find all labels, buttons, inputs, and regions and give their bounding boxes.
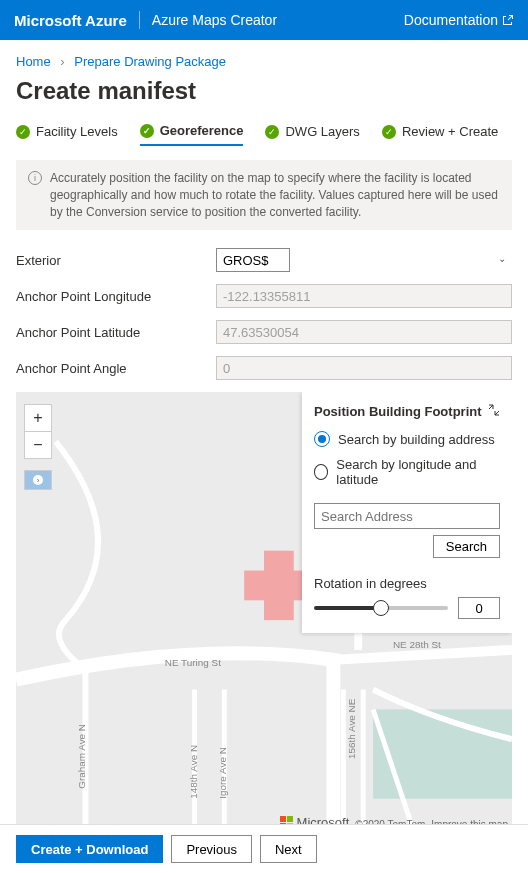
- exterior-select[interactable]: GROS$: [216, 248, 290, 272]
- search-address-input[interactable]: [314, 503, 500, 529]
- layers-button[interactable]: ›: [24, 470, 52, 490]
- tab-facility-levels[interactable]: ✓ Facility Levels: [16, 123, 118, 146]
- map-canvas[interactable]: NE Turing St NE 28th St Graham Ave N 148…: [16, 392, 512, 832]
- documentation-link[interactable]: Documentation: [404, 12, 514, 28]
- svg-rect-3: [264, 551, 294, 620]
- zoom-control: + −: [24, 404, 52, 459]
- radio-icon: [314, 464, 328, 480]
- tab-label: Georeference: [160, 123, 244, 138]
- app-name: Azure Maps Creator: [152, 12, 277, 28]
- longitude-label: Anchor Point Longitude: [16, 289, 216, 304]
- external-link-icon: [502, 14, 514, 26]
- brand-label: Microsoft Azure: [14, 12, 127, 29]
- svg-text:156th Ave NE: 156th Ave NE: [346, 699, 357, 760]
- panel-title: Position Building Footprint: [314, 404, 482, 419]
- previous-button[interactable]: Previous: [171, 835, 252, 863]
- tab-label: Facility Levels: [36, 124, 118, 139]
- latitude-input: [216, 320, 512, 344]
- svg-text:NE 28th St: NE 28th St: [393, 639, 441, 650]
- radio-label: Search by building address: [338, 432, 495, 447]
- tab-dwg-layers[interactable]: ✓ DWG Layers: [265, 123, 359, 146]
- radio-search-address[interactable]: Search by building address: [314, 431, 500, 447]
- info-box: i Accurately position the facility on th…: [16, 160, 512, 230]
- footer-bar: Create + Download Previous Next: [0, 824, 528, 873]
- next-button[interactable]: Next: [260, 835, 317, 863]
- latitude-label: Anchor Point Latitude: [16, 325, 216, 340]
- tab-label: Review + Create: [402, 124, 498, 139]
- chevron-right-icon: ›: [60, 54, 64, 69]
- rotation-slider[interactable]: [314, 606, 448, 610]
- svg-text:NE Turing St: NE Turing St: [165, 657, 221, 668]
- check-icon: ✓: [382, 125, 396, 139]
- rotation-label: Rotation in degrees: [314, 558, 500, 591]
- documentation-label: Documentation: [404, 12, 498, 28]
- check-icon: ✓: [140, 124, 154, 138]
- breadcrumb-home[interactable]: Home: [16, 54, 51, 69]
- breadcrumb: Home › Prepare Drawing Package: [16, 54, 512, 69]
- zoom-out-button[interactable]: −: [25, 432, 51, 458]
- zoom-in-button[interactable]: +: [25, 405, 51, 431]
- radio-search-lonlat[interactable]: Search by longitude and latitude: [314, 457, 500, 487]
- tab-georeference[interactable]: ✓ Georeference: [140, 123, 244, 146]
- collapse-icon[interactable]: [488, 404, 500, 419]
- page-title: Create manifest: [16, 77, 512, 105]
- svg-text:Graham Ave N: Graham Ave N: [76, 724, 87, 789]
- check-icon: ✓: [265, 125, 279, 139]
- radio-icon: [314, 431, 330, 447]
- svg-text:Igore Ave N: Igore Ave N: [217, 748, 228, 800]
- layers-icon: ›: [33, 475, 43, 485]
- longitude-input: [216, 284, 512, 308]
- rotation-value-input[interactable]: [458, 597, 500, 619]
- angle-label: Anchor Point Angle: [16, 361, 216, 376]
- tab-label: DWG Layers: [285, 124, 359, 139]
- create-download-button[interactable]: Create + Download: [16, 835, 163, 863]
- tab-review-create[interactable]: ✓ Review + Create: [382, 123, 498, 146]
- info-text: Accurately position the facility on the …: [50, 170, 500, 220]
- radio-label: Search by longitude and latitude: [336, 457, 500, 487]
- svg-rect-1: [373, 710, 512, 799]
- chevron-down-icon: ⌄: [498, 253, 506, 264]
- wizard-tabs: ✓ Facility Levels ✓ Georeference ✓ DWG L…: [16, 123, 512, 146]
- check-icon: ✓: [16, 125, 30, 139]
- footprint-panel: Position Building Footprint Search by bu…: [302, 392, 512, 633]
- angle-input: [216, 356, 512, 380]
- exterior-label: Exterior: [16, 253, 216, 268]
- search-button[interactable]: Search: [433, 535, 500, 558]
- breadcrumb-page[interactable]: Prepare Drawing Package: [74, 54, 226, 69]
- svg-text:148th Ave N: 148th Ave N: [188, 745, 199, 799]
- info-icon: i: [28, 171, 42, 185]
- brand-divider: [139, 11, 140, 29]
- top-bar: Microsoft Azure Azure Maps Creator Docum…: [0, 0, 528, 40]
